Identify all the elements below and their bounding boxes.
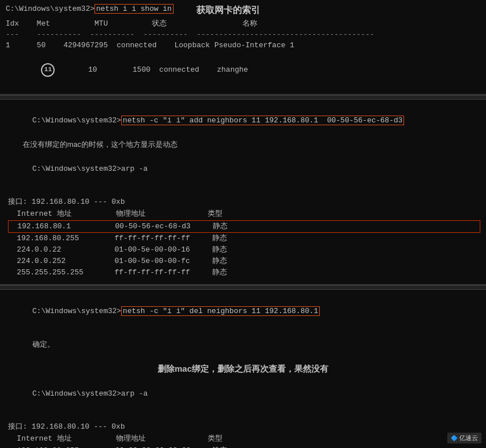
row2-text: 10 1500 connected zhanghe (57, 65, 248, 74)
divider1 (0, 95, 486, 100)
section3-confirm-text: 确定。 (32, 340, 55, 348)
section2-prompt1: C:\Windows\system32> (32, 116, 121, 125)
terminal-container: C:\Windows\system32>netsh i i show in 获取… (0, 0, 486, 448)
section1-header-row: C:\Windows\system32>netsh i i show in 获取… (6, 5, 480, 17)
section3-arp-row1: 192.168.80.255 ff-ff-ff-ff-ff-ff 静态 (8, 445, 480, 448)
section3-cmd2: arp -a (121, 389, 148, 398)
col-headers: Idx Met MTU 状态 名称 (6, 18, 480, 30)
section3-arp-header: Internet 地址 物理地址 类型 (8, 433, 480, 445)
section2-arp-row4: 224.0.0.252 01-00-5e-00-00-fc 静态 (8, 256, 480, 267)
cmd1-box: netsh i i show in (94, 4, 174, 14)
section2-desc: 在没有绑定的mac的时候，这个地方显示是动态 (6, 139, 480, 150)
section3-blank (6, 410, 480, 422)
prompt1: C:\Windows\system32> (6, 5, 94, 13)
section3-arp-prompt: C:\Windows\system32>arp -a (6, 377, 480, 410)
section2-cmd1-box: netsh -c "i i" add neighbors 11 192.168.… (121, 116, 404, 125)
section2-cmd-line: C:\Windows\system32>netsh -c "i i" add n… (6, 104, 480, 138)
section2-arp-prompt: C:\Windows\system32>arp -a (6, 152, 480, 186)
section2-desc-text: 在没有绑定的mac的时候，这个地方显示是动态 (23, 140, 178, 149)
section2-arp-header: Internet 地址 物理地址 类型 (8, 208, 480, 220)
section2-arp-row3: 224.0.0.22 01-00-5e-00-00-16 静态 (8, 244, 480, 256)
watermark-icon: 🔷 (451, 435, 458, 441)
watermark-text: 亿速云 (459, 434, 478, 441)
section1: C:\Windows\system32>netsh i i show in 获取… (0, 0, 486, 95)
section2-arp-row5: 255.255.255.255 ff-ff-ff-ff-ff-ff 静态 (8, 267, 480, 278)
section3-desc-container: 删除mac绑定，删除之后再次查看，果然没有 (6, 364, 480, 375)
section3: C:\Windows\system32>netsh -c "i i" del n… (0, 290, 486, 448)
section2-prompt2: C:\Windows\system32> (32, 165, 121, 173)
section2: C:\Windows\system32>netsh -c "i i" add n… (0, 100, 486, 285)
row2-with-badge: 11 10 1500 connected zhanghe (6, 51, 480, 88)
section2-blank (6, 186, 480, 197)
section3-cmd1-box: netsh -c "i i" del neighbors 11 192.168.… (121, 306, 320, 316)
divider: --- ---------- ---------- ---------- ---… (6, 30, 480, 40)
circle-badge: 11 (41, 63, 55, 77)
section3-interface: 接口: 192.168.80.10 --- 0xb (8, 421, 480, 433)
row1: 1 50 4294967295 connected Loopback Pseud… (6, 40, 480, 51)
section1-table: Idx Met MTU 状态 名称 --- ---------- -------… (6, 18, 480, 88)
section3-prompt2: C:\Windows\system32> (32, 389, 121, 398)
section1-prompt-line: C:\Windows\system32>netsh i i show in (6, 5, 174, 13)
section2-arp-table: 接口: 192.168.80.10 --- 0xb Internet 地址 物理… (8, 196, 480, 278)
divider2 (0, 285, 486, 290)
section1-title: 获取网卡的索引 (196, 5, 260, 17)
section2-cmd2: arp -a (121, 165, 148, 173)
section3-confirm: 确定。 (6, 328, 480, 362)
section2-arp-row2: 192.168.80.255 ff-ff-ff-ff-ff-ff 静态 (8, 233, 480, 244)
section3-cmd-line: C:\Windows\system32>netsh -c "i i" del n… (6, 294, 480, 328)
section3-prompt1: C:\Windows\system32> (32, 307, 121, 315)
section2-arp-row1-highlighted: 192.168.80.1 00-50-56-ec-68-d3 静态 (8, 220, 480, 233)
watermark: 🔷 亿速云 (447, 433, 481, 443)
section3-arp-table: 接口: 192.168.80.10 --- 0xb Internet 地址 物理… (8, 421, 480, 448)
section3-desc-text: 删除mac绑定，删除之后再次查看，果然没有 (158, 364, 328, 373)
section2-interface: 接口: 192.168.80.10 --- 0xb (8, 196, 480, 208)
